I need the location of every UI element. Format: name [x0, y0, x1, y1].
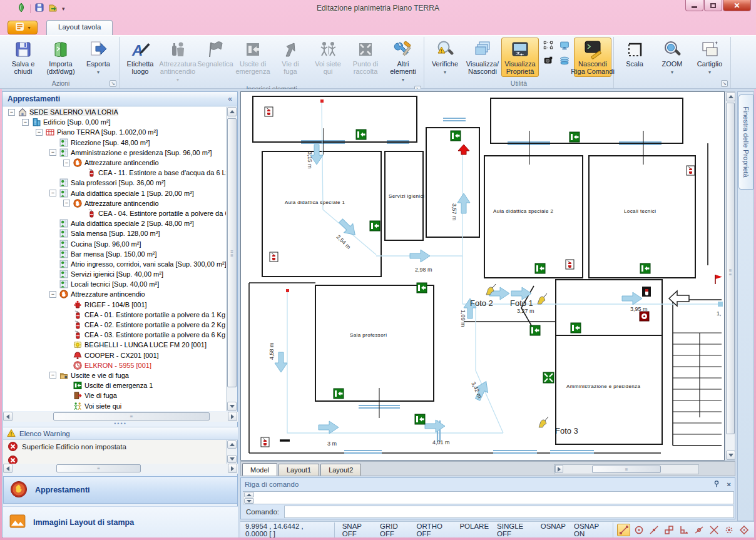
hose-reel-icon[interactable]	[640, 312, 649, 321]
expander-icon[interactable]: −	[22, 119, 29, 126]
expander-icon[interactable]: −	[49, 291, 56, 298]
warning-item-partial[interactable]	[3, 454, 227, 464]
extinguisher-icon[interactable]	[265, 107, 273, 116]
osnap-endpoint-button[interactable]	[617, 524, 630, 536]
tree-item[interactable]: −Attrezzature antincendio	[3, 198, 227, 208]
monitor-button[interactable]	[557, 40, 572, 54]
sheet-tab-model[interactable]: Model	[242, 463, 277, 476]
exit-sign-icon[interactable]	[334, 389, 344, 399]
tree-item[interactable]: Vie di fuga	[3, 390, 227, 400]
tree-vertical-scrollbar[interactable]: ≡≡	[226, 107, 237, 411]
panel-splitter[interactable]: ••••	[3, 422, 238, 427]
dialog-launcher-icon[interactable]: ↘	[721, 80, 728, 87]
tree-item[interactable]: Bar mensa [Sup. 150,00 m²]	[3, 249, 227, 259]
visualizza-propriet--button[interactable]: VisualizzaProprietà	[501, 38, 539, 77]
osnap-quadrant-button[interactable]	[737, 524, 750, 536]
canvas-horizontal-scrollbar[interactable]: ≡	[554, 464, 699, 474]
exit-sign-icon[interactable]	[570, 132, 580, 142]
exit-sign-icon[interactable]	[451, 131, 461, 141]
tree-item[interactable]: −Uscite e vie di fuga	[3, 370, 227, 380]
exit-sign-icon[interactable]	[530, 325, 540, 335]
tree-item[interactable]: CEA - 11. Estintore a base d'acqua da 6 …	[3, 168, 227, 178]
exit-sign-icon[interactable]	[640, 263, 650, 273]
warning-item[interactable]: Superficie Edificio non impostata	[3, 440, 227, 454]
tree-item[interactable]: Servizi igienici [Sup. 40,00 m²]	[3, 269, 227, 279]
tree-item[interactable]: BEGHELLI - LUNGA LUCE FM 20 [001]	[3, 340, 227, 350]
toggle-polare[interactable]: POLARE	[459, 522, 489, 537]
expander-icon[interactable]: −	[36, 129, 43, 136]
esporta-button[interactable]: Esporta▾	[79, 38, 117, 77]
tree-item[interactable]: CEA - 03. Estintore portatile a polvere …	[3, 330, 227, 340]
dialog-launcher-icon[interactable]: ↘	[110, 80, 116, 87]
sidebar-item-apprestamenti[interactable]: Apprestamenti	[3, 476, 238, 504]
assembly-point-icon[interactable]	[543, 372, 554, 383]
exit-sign-icon[interactable]	[415, 414, 425, 424]
select-area-button[interactable]	[541, 40, 556, 54]
exit-sign-icon[interactable]	[417, 283, 427, 293]
tab-finestra-proprieta[interactable]: Finestra delle Proprietà	[738, 94, 753, 190]
photo-marker[interactable]: Foto 3	[539, 417, 578, 436]
toggle-ortho-off[interactable]: ORTHO OFF	[417, 522, 452, 537]
exit-sign-icon[interactable]	[535, 263, 545, 273]
tree-item[interactable]: Aula didattica speciale 2 [Sup. 48,00 m²…	[3, 218, 227, 228]
osnap-nearest-button[interactable]	[692, 524, 705, 536]
you-are-here-icon[interactable]	[458, 145, 469, 155]
expander-icon[interactable]: −	[63, 160, 70, 166]
extinguisher-cabinet-icon[interactable]	[642, 287, 651, 297]
visualizza-nascondi-button[interactable]: Visualizza/Nascondi	[464, 38, 501, 77]
warning-vertical-scrollbar[interactable]	[226, 440, 237, 464]
tree-item[interactable]: −SEDE SALERNO VIA LORIA	[3, 107, 227, 117]
osnap-center-button[interactable]	[632, 524, 645, 536]
tree-item[interactable]: Voi siete qui	[3, 400, 227, 410]
tree-item[interactable]: Ricezione [Sup. 48,00 m²]	[3, 138, 227, 148]
tree-item[interactable]: −Attrezzature antincendio	[3, 158, 227, 168]
hydrant-flag-icon[interactable]	[715, 275, 722, 284]
tree-item[interactable]: −Amministrazione e presidenza [Sup. 96,0…	[3, 148, 227, 158]
expander-icon[interactable]: −	[49, 372, 56, 379]
tree-item[interactable]: CEA - 01. Estintore portatile a polvere …	[3, 310, 227, 320]
tree-item[interactable]: CEA - 02. Estintore portatile a polvere …	[3, 320, 227, 330]
osnap-midpoint-button[interactable]	[647, 524, 660, 536]
toggle-osnap[interactable]: OSNAP	[541, 522, 566, 537]
toggle-single-off[interactable]: SINGLE OFF	[497, 522, 533, 537]
tree-item[interactable]: CEA - 04. Estintore portatile a polvere …	[3, 208, 227, 218]
tree-item[interactable]: −Attrezzature antincendio	[3, 289, 227, 299]
etichetta-luogo-button[interactable]: A Etichettaluogo	[121, 38, 159, 77]
application-menu-button[interactable]: ▾	[8, 21, 38, 34]
tree-item[interactable]: Sala mensa [Sup. 128,00 m²]	[3, 228, 227, 238]
sheet-tab-layout1[interactable]: Layout1	[278, 464, 319, 476]
tree-item[interactable]: COOPER - CX201 [001]	[3, 350, 227, 360]
snapshot-button[interactable]	[541, 55, 556, 69]
tree-item[interactable]: −Aula didattica speciale 1 [Sup. 20,00 m…	[3, 188, 227, 198]
tree-item[interactable]: ELKRON - 5955 [001]	[3, 360, 227, 370]
altri-elementi-button[interactable]: Altrielementi▾	[384, 38, 422, 84]
scala-button[interactable]: Scala	[616, 38, 653, 69]
extinguisher-icon[interactable]	[687, 166, 695, 175]
osnap-node-button[interactable]	[722, 524, 735, 536]
close-panel-icon[interactable]: ×	[727, 481, 731, 488]
expander-icon[interactable]: −	[49, 190, 56, 196]
exit-sign-icon[interactable]	[356, 130, 366, 140]
extinguisher-icon[interactable]	[566, 260, 574, 269]
expander-icon[interactable]: −	[63, 200, 70, 206]
tree-item[interactable]: −Edificio [Sup. 0,00 m²]	[3, 117, 227, 127]
toggle-grid-off[interactable]: GRID OFF	[380, 522, 408, 537]
expander-icon[interactable]: −	[8, 109, 15, 116]
salva-e-chiudi-button[interactable]: Salva echiudi	[4, 38, 42, 77]
expander-icon[interactable]: −	[49, 149, 56, 156]
floor-plan-canvas[interactable]: 3,15 m2,54 m2,98 m3,57 m4,58 m3 m4,01 m1…	[240, 91, 725, 461]
command-input[interactable]	[284, 506, 734, 518]
minimize-button[interactable]	[685, 0, 703, 11]
tree-item[interactable]: RIGEF - 104/B [001]	[3, 300, 227, 310]
warning-panel-header[interactable]: ! Elenco Warning	[3, 427, 238, 440]
cartiglio-button[interactable]: Cartiglio▾	[691, 38, 728, 77]
tree-item[interactable]: Sala professori [Sup. 36,00 m²]	[3, 178, 227, 188]
exit-sign-icon[interactable]	[370, 221, 380, 231]
verifiche-button[interactable]: ! Verifiche▾	[426, 38, 464, 77]
exit-sign-icon[interactable]	[571, 323, 581, 333]
pin-icon[interactable]	[713, 480, 720, 489]
importa-dxf-dwg--button[interactable]: Importa(dxf/dwg)	[42, 38, 79, 77]
warning-horizontal-scrollbar[interactable]: ≡	[3, 464, 238, 474]
osnap-intersection-button[interactable]	[707, 524, 720, 536]
canvas-vertical-scrollbar[interactable]: ≡≡	[725, 91, 735, 461]
